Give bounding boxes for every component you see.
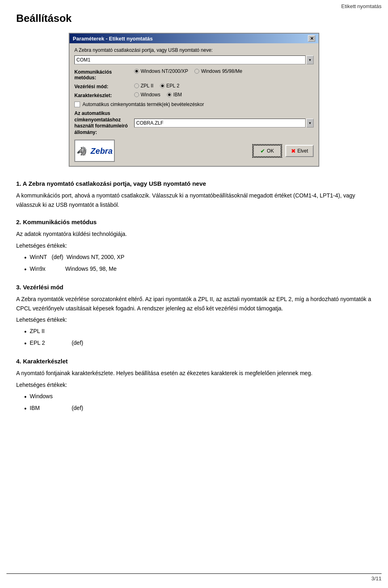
radio-win9x[interactable]: Windows 95/98/Me — [194, 68, 242, 74]
comm-method-radio-group: Windows NT/2000/XP Windows 95/98/Me — [134, 68, 314, 74]
dialog-title: Paraméterek - Etikett nyomtatás — [73, 36, 153, 42]
section-1-heading: 1. A Zebra nyomtató csatlakozási portja,… — [16, 179, 372, 189]
settings-grid: Kommunikációs metódus: Windows NT/2000/X… — [74, 68, 314, 98]
control-mode-radio-group: ZPL II EPL 2 — [134, 83, 314, 89]
bullet-win9x-value: Win9x — [30, 264, 62, 275]
bullet-winnt: WinNT (def) Windows NT, 2000, XP — [24, 253, 372, 263]
section-3: 3. Vezérlési mód A Zebra nyomtatók vezér… — [16, 282, 372, 348]
auto-print-row: Automatikus cimkenyomtatás termék(ek) be… — [74, 102, 314, 107]
bullet-winnt-desc: Windows NT, 2000, XP — [67, 253, 124, 263]
section-2-text-2: Lehetséges értékek: — [16, 241, 372, 250]
radio-label-winnt: Windows NT/2000/XP — [141, 68, 188, 74]
radio-label-zpl2: ZPL II — [141, 83, 154, 89]
dialog-close-button[interactable]: ✕ — [308, 35, 315, 42]
auto-print-checkbox[interactable] — [74, 102, 80, 107]
format-select-container: COBRA.ZLF ▼ — [134, 119, 314, 127]
bullet-windows-value: Windows — [30, 392, 62, 402]
bullet-epl2-desc: (def) — [65, 338, 83, 349]
section-3-text-2: Lehetséges értékek: — [16, 315, 372, 324]
page-title: Beállítások — [16, 12, 372, 25]
format-file-row: Az automatikus cimkenyomtatáshoz használ… — [74, 110, 314, 136]
bullet-epl2-value: EPL 2 — [30, 338, 62, 349]
radio-windows-charset[interactable]: Windows — [134, 92, 160, 98]
header-title: Etikett nyomtatás — [341, 3, 382, 9]
section-2-bullets: WinNT (def) Windows NT, 2000, XP Win9x W… — [16, 253, 372, 274]
port-dropdown-arrow[interactable]: ▼ — [306, 55, 314, 64]
cancel-button[interactable]: ✖ Elvet — [285, 145, 314, 157]
section-1-text: A kommunikációs port, ahová a nyomtató c… — [16, 191, 372, 209]
page-footer: 3/11 — [6, 573, 382, 582]
ok-label: OK — [267, 148, 274, 154]
section-2: 2. Kommunikációs metódus Az adatok nyomt… — [16, 217, 372, 274]
radio-circle-epl2 — [160, 83, 165, 88]
section-3-text-1: A Zebra nyomtatók vezérlése sorozatonkén… — [16, 295, 372, 313]
dialog-container: Paraméterek - Etikett nyomtatás ✕ A Zebr… — [69, 33, 319, 167]
radio-label-ibm-charset: IBM — [173, 92, 182, 98]
radio-ibm-charset[interactable]: IBM — [167, 92, 182, 98]
auto-print-label: Automatikus cimkenyomtatás termék(ek) be… — [82, 102, 204, 107]
radio-epl2[interactable]: EPL 2 — [160, 83, 179, 89]
radio-circle-windows-charset — [134, 92, 139, 97]
bullet-ibm-charset: IBM (def) — [24, 403, 372, 414]
port-value: COM1 — [76, 57, 91, 63]
port-select-field[interactable]: COM1 — [74, 55, 306, 64]
bullet-windows-charset: Windows — [24, 392, 372, 402]
section-3-heading: 3. Vezérlési mód — [16, 282, 372, 292]
radio-label-win9x: Windows 95/98/Me — [201, 68, 242, 74]
radio-circle-zpl2 — [134, 83, 139, 88]
bullet-ibm-value: IBM — [30, 403, 62, 414]
dialog-bottom: 🦓 Zebra ✔ OK ✖ Elvet — [74, 140, 314, 162]
bullet-ibm-desc: (def) — [65, 403, 83, 414]
section-2-heading: 2. Kommunikációs metódus — [16, 217, 372, 227]
logo-text: Zebra — [91, 146, 112, 155]
section-3-bullets: ZPL II EPL 2 (def) — [16, 327, 372, 348]
ok-checkmark-icon: ✔ — [260, 148, 265, 154]
section-4-text-2: Lehetséges értékek: — [16, 380, 372, 389]
bullet-zpl2: ZPL II — [24, 327, 372, 337]
format-dropdown-arrow[interactable]: ▼ — [306, 119, 314, 127]
section-4-text-1: A nyomtató fontjainak karakterkészlete. … — [16, 369, 372, 378]
bullet-win9x: Win9x Windows 95, 98, Me — [24, 264, 372, 275]
zebra-logo: 🦓 Zebra — [74, 140, 115, 162]
format-file-label: Az automatikus cimkenyomtatáshoz használ… — [74, 110, 131, 136]
control-mode-label: Vezérlési mód: — [74, 83, 131, 89]
format-select-field[interactable]: COBRA.ZLF — [134, 119, 306, 127]
ok-button[interactable]: ✔ OK — [253, 145, 281, 157]
comm-method-label: Kommunikációs metódus: — [74, 68, 131, 81]
radio-winnt[interactable]: Windows NT/2000/XP — [134, 68, 188, 74]
radio-circle-ibm-charset — [167, 92, 172, 97]
radio-label-windows-charset: Windows — [141, 92, 160, 98]
port-select-row: COM1 ▼ — [74, 55, 314, 64]
page-header: Etikett nyomtatás — [341, 3, 382, 9]
dialog-titlebar: Paraméterek - Etikett nyomtatás ✕ — [70, 34, 318, 43]
section-1: 1. A Zebra nyomtató csatlakozási portja,… — [16, 179, 372, 209]
charset-radio-group: Windows IBM — [134, 92, 314, 98]
charset-label: Karakterkészlet: — [74, 92, 131, 98]
cancel-label: Elvet — [297, 148, 308, 154]
dialog-window: Paraméterek - Etikett nyomtatás ✕ A Zebr… — [69, 33, 319, 167]
cancel-x-icon: ✖ — [291, 148, 296, 154]
section-4: 4. Karakterkészlet A nyomtató fontjainak… — [16, 357, 372, 414]
format-value: COBRA.ZLF — [136, 120, 163, 126]
main-content: Beállítások Paraméterek - Etikett nyomta… — [0, 0, 388, 438]
bullet-winnt-value: WinNT (def) — [30, 253, 63, 263]
section-4-heading: 4. Karakterkészlet — [16, 357, 372, 366]
bullet-zpl2-value: ZPL II — [30, 327, 62, 337]
radio-circle-winnt — [134, 69, 139, 74]
dialog-body: A Zebra nyomtató csatlakozási portja, va… — [70, 43, 318, 166]
section-2-text-1: Az adatok nyomtatóra küldési technológiá… — [16, 229, 372, 238]
dialog-buttons: ✔ OK ✖ Elvet — [253, 145, 314, 157]
section-4-bullets: Windows IBM (def) — [16, 392, 372, 414]
bullet-epl2: EPL 2 (def) — [24, 338, 372, 349]
radio-label-epl2: EPL 2 — [167, 83, 179, 89]
radio-circle-win9x — [194, 69, 199, 74]
port-label: A Zebra nyomtató csatlakozási portja, va… — [74, 47, 314, 53]
page-info: 3/11 — [371, 575, 382, 582]
bullet-win9x-desc: Windows 95, 98, Me — [65, 264, 117, 275]
radio-zpl2[interactable]: ZPL II — [134, 83, 154, 89]
